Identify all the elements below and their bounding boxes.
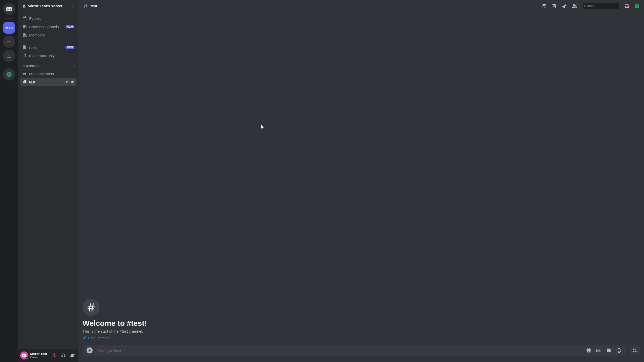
add-server-button[interactable]	[3, 36, 15, 48]
explore-servers-button[interactable]	[3, 68, 15, 80]
emoji-icon	[616, 348, 622, 353]
welcome-block: Welcome to #test! This is the start of t…	[83, 299, 640, 341]
welcome-title: Welcome to #test!	[83, 319, 640, 328]
threads-button[interactable]	[541, 3, 547, 9]
channel-item-test[interactable]: test	[20, 78, 76, 86]
channel-category[interactable]: CHANNELS	[18, 60, 78, 69]
cursor-icon	[261, 125, 264, 129]
new-badge: NEW	[65, 46, 74, 49]
plus-icon	[6, 39, 12, 45]
apps-button[interactable]	[630, 345, 640, 355]
sidebar-item-members[interactable]: Members	[20, 31, 76, 39]
svg-point-4	[619, 350, 620, 350]
channel-hero-icon	[83, 299, 100, 316]
community-badge-icon	[22, 4, 26, 8]
gift-button[interactable]	[586, 347, 592, 353]
channel-label: rules	[29, 45, 63, 50]
channel-label: announcement	[29, 72, 74, 76]
emoji-button[interactable]	[616, 347, 622, 353]
announcement-icon	[22, 71, 27, 76]
discord-logo-icon	[6, 6, 13, 13]
gift-icon	[586, 348, 591, 353]
guild-separator	[5, 65, 13, 65]
user-status: Online	[30, 356, 48, 359]
channel-title: test	[91, 4, 97, 8]
pencil-icon	[83, 336, 87, 340]
channel-label: test	[29, 80, 63, 84]
channel-sidebar: Mirror Test's server Events Browse Chann…	[18, 0, 78, 362]
sticker-icon	[606, 348, 612, 353]
inbox-button[interactable]	[624, 3, 630, 9]
message-composer[interactable]: Message #test GIF	[83, 345, 626, 356]
sidebar-label: Events	[29, 16, 74, 21]
deafen-button[interactable]	[59, 351, 67, 359]
hash-icon	[22, 79, 27, 84]
download-apps-button[interactable]	[3, 50, 15, 62]
category-label: CHANNELS	[23, 65, 72, 68]
headphones-icon	[61, 353, 66, 358]
mute-button[interactable]	[50, 351, 58, 359]
search-input[interactable]	[584, 4, 626, 8]
gif-icon: GIF	[596, 348, 601, 353]
threads-icon	[542, 3, 547, 9]
pinned-button[interactable]	[561, 3, 568, 9]
compass-icon	[6, 71, 12, 77]
server-name: Mirror Test's server	[28, 4, 62, 8]
guild-item-selected[interactable]: MTs	[3, 22, 15, 34]
svg-point-3	[618, 350, 618, 350]
edit-channel-label: Edit Channel	[88, 336, 110, 340]
main-area: test	[78, 0, 644, 362]
new-badge: NEW	[65, 25, 74, 28]
channel-item-moderator-only[interactable]: moderator-only	[20, 52, 76, 60]
user-name: Mirror Test	[30, 352, 48, 356]
avatar[interactable]	[20, 351, 28, 359]
user-info[interactable]: Mirror Test Online	[30, 352, 48, 359]
search-box[interactable]	[583, 3, 619, 9]
channel-item-rules[interactable]: rules NEW	[20, 43, 76, 51]
chevron-down-icon	[70, 4, 74, 8]
member-list-button[interactable]	[572, 3, 578, 9]
notification-dot-icon	[628, 3, 630, 5]
plus-icon	[88, 348, 92, 352]
mic-muted-icon	[52, 353, 57, 358]
attach-button[interactable]	[87, 347, 93, 353]
home-button[interactable]	[3, 3, 15, 15]
user-settings-button[interactable]	[68, 351, 76, 359]
welcome-subtitle: This is the start of the #test channel.	[83, 329, 640, 333]
hash-icon	[86, 302, 96, 313]
status-online-icon	[26, 357, 29, 360]
create-channel-icon[interactable]	[72, 64, 76, 68]
guild-separator	[5, 18, 13, 19]
hash-lock-icon	[22, 53, 27, 58]
help-icon	[634, 3, 640, 9]
help-button[interactable]	[634, 3, 640, 9]
svg-text:GIF: GIF	[597, 349, 600, 352]
sidebar-item-browse-channels[interactable]: Browse Channels NEW	[20, 23, 76, 31]
invite-icon[interactable]	[65, 80, 69, 84]
notifications-button[interactable]	[551, 3, 557, 9]
channel-item-announcement[interactable]: announcement	[20, 70, 76, 78]
channel-list: Events Browse Channels NEW Members rules…	[18, 12, 78, 349]
server-header[interactable]: Mirror Test's server	[18, 0, 78, 12]
toolbar	[541, 3, 640, 9]
sidebar-label: Browse Channels	[29, 25, 63, 29]
pin-icon	[562, 3, 567, 9]
caret-down-icon	[19, 65, 22, 68]
guild-bar: MTs	[0, 0, 18, 362]
gear-icon[interactable]	[70, 80, 74, 84]
gif-button[interactable]: GIF	[596, 347, 602, 353]
hash-icon	[83, 3, 89, 9]
chat-header: test	[78, 0, 644, 12]
bell-muted-icon	[552, 3, 557, 9]
sidebar-item-events[interactable]: Events	[20, 14, 76, 22]
sticker-button[interactable]	[606, 347, 612, 353]
apps-icon	[632, 348, 638, 353]
browse-icon	[22, 24, 27, 29]
message-input-placeholder[interactable]: Message #test	[97, 348, 582, 353]
sidebar-label: Members	[29, 33, 74, 37]
edit-channel-link[interactable]: Edit Channel	[83, 336, 110, 340]
calendar-icon	[22, 16, 27, 21]
user-panel: Mirror Test Online	[18, 349, 78, 362]
composer-row: Message #test GIF	[78, 345, 644, 362]
members-icon	[22, 32, 27, 37]
